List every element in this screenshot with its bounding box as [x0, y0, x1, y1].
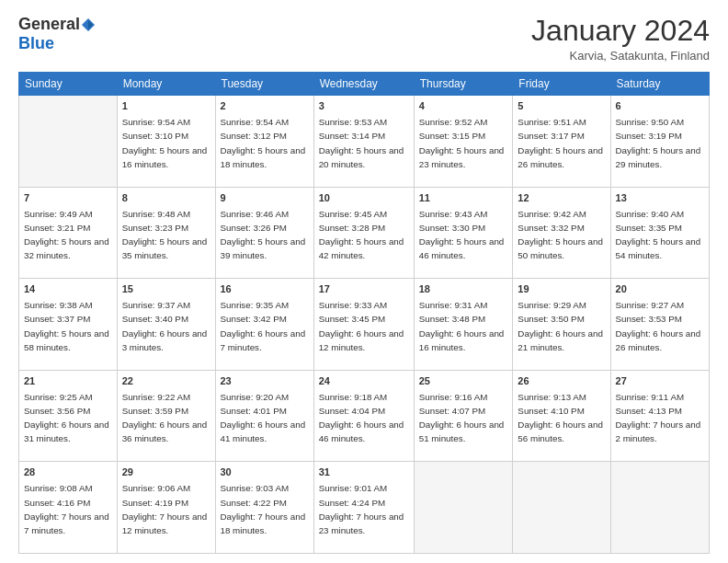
calendar-day: 21Sunrise: 9:25 AMSunset: 3:56 PMDayligh… [19, 370, 118, 462]
calendar-day: 4Sunrise: 9:52 AMSunset: 3:15 PMDaylight… [414, 96, 513, 188]
calendar-day: 15Sunrise: 9:37 AMSunset: 3:40 PMDayligh… [117, 279, 215, 371]
day-number: 15 [122, 282, 210, 297]
day-number: 25 [419, 374, 508, 389]
day-info: Sunrise: 9:01 AMSunset: 4:24 PMDaylight:… [319, 483, 404, 535]
calendar-day: 27Sunrise: 9:11 AMSunset: 4:13 PMDayligh… [610, 370, 709, 462]
title-block: January 2024 Karvia, Satakunta, Finland [531, 15, 710, 63]
col-wednesday: Wednesday [313, 73, 414, 96]
day-number: 12 [518, 191, 605, 206]
calendar-day: 1Sunrise: 9:54 AMSunset: 3:10 PMDaylight… [117, 96, 215, 188]
day-number: 4 [419, 99, 508, 114]
calendar-week-3: 14Sunrise: 9:38 AMSunset: 3:37 PMDayligh… [19, 279, 710, 371]
day-info: Sunrise: 9:42 AMSunset: 3:32 PMDaylight:… [518, 209, 603, 261]
location: Karvia, Satakunta, Finland [531, 49, 710, 63]
calendar-day [19, 96, 118, 188]
calendar-day: 25Sunrise: 9:16 AMSunset: 4:07 PMDayligh… [414, 370, 513, 462]
day-info: Sunrise: 9:18 AMSunset: 4:04 PMDaylight:… [319, 392, 404, 444]
day-info: Sunrise: 9:54 AMSunset: 3:12 PMDaylight:… [221, 117, 306, 169]
calendar-day: 31Sunrise: 9:01 AMSunset: 4:24 PMDayligh… [313, 462, 414, 554]
day-number: 1 [122, 99, 210, 114]
calendar-day: 12Sunrise: 9:42 AMSunset: 3:32 PMDayligh… [513, 187, 610, 279]
calendar-day: 29Sunrise: 9:06 AMSunset: 4:19 PMDayligh… [117, 462, 215, 554]
day-number: 18 [419, 282, 508, 297]
logo-blue-text: Blue [18, 34, 54, 52]
header: General Blue January 2024 Karvia, Sataku… [18, 15, 710, 63]
calendar-table: Sunday Monday Tuesday Wednesday Thursday… [18, 72, 710, 554]
calendar-day: 28Sunrise: 9:08 AMSunset: 4:16 PMDayligh… [19, 462, 118, 554]
col-friday: Friday [513, 73, 610, 96]
day-number: 14 [24, 282, 112, 297]
logo-icon [82, 18, 95, 31]
calendar-day: 17Sunrise: 9:33 AMSunset: 3:45 PMDayligh… [313, 279, 414, 371]
day-number: 26 [518, 374, 605, 389]
day-info: Sunrise: 9:25 AMSunset: 3:56 PMDaylight:… [24, 392, 109, 444]
day-number: 13 [616, 191, 704, 206]
day-number: 10 [319, 191, 409, 206]
calendar-day: 7Sunrise: 9:49 AMSunset: 3:21 PMDaylight… [19, 187, 118, 279]
col-sunday: Sunday [19, 73, 118, 96]
day-number: 7 [24, 191, 112, 206]
day-info: Sunrise: 9:37 AMSunset: 3:40 PMDaylight:… [122, 300, 208, 352]
calendar-day: 3Sunrise: 9:53 AMSunset: 3:14 PMDaylight… [313, 96, 414, 188]
col-thursday: Thursday [414, 73, 513, 96]
day-number: 3 [319, 99, 409, 114]
col-tuesday: Tuesday [215, 73, 313, 96]
day-number: 11 [419, 191, 508, 206]
calendar-day: 20Sunrise: 9:27 AMSunset: 3:53 PMDayligh… [610, 279, 709, 371]
day-info: Sunrise: 9:45 AMSunset: 3:28 PMDaylight:… [319, 209, 404, 261]
day-info: Sunrise: 9:16 AMSunset: 4:07 PMDaylight:… [419, 392, 505, 444]
calendar-day: 14Sunrise: 9:38 AMSunset: 3:37 PMDayligh… [19, 279, 118, 371]
calendar-day: 8Sunrise: 9:48 AMSunset: 3:23 PMDaylight… [117, 187, 215, 279]
day-number: 28 [24, 465, 112, 480]
day-info: Sunrise: 9:40 AMSunset: 3:35 PMDaylight:… [616, 209, 701, 261]
col-saturday: Saturday [610, 73, 709, 96]
day-number: 20 [616, 282, 704, 297]
day-number: 8 [122, 191, 210, 206]
calendar-day: 11Sunrise: 9:43 AMSunset: 3:30 PMDayligh… [414, 187, 513, 279]
day-number: 5 [518, 99, 605, 114]
day-info: Sunrise: 9:52 AMSunset: 3:15 PMDaylight:… [419, 117, 505, 169]
day-number: 27 [616, 374, 704, 389]
day-number: 21 [24, 374, 112, 389]
day-number: 16 [221, 282, 309, 297]
month-title: January 2024 [531, 15, 710, 47]
day-info: Sunrise: 9:11 AMSunset: 4:13 PMDaylight:… [616, 392, 701, 444]
calendar-week-2: 7Sunrise: 9:49 AMSunset: 3:21 PMDaylight… [19, 187, 710, 279]
day-info: Sunrise: 9:35 AMSunset: 3:42 PMDaylight:… [221, 300, 306, 352]
day-info: Sunrise: 9:27 AMSunset: 3:53 PMDaylight:… [616, 300, 701, 352]
calendar-day: 24Sunrise: 9:18 AMSunset: 4:04 PMDayligh… [313, 370, 414, 462]
day-number: 17 [319, 282, 409, 297]
day-info: Sunrise: 9:43 AMSunset: 3:30 PMDaylight:… [419, 209, 505, 261]
day-info: Sunrise: 9:33 AMSunset: 3:45 PMDaylight:… [319, 300, 404, 352]
calendar-day: 5Sunrise: 9:51 AMSunset: 3:17 PMDaylight… [513, 96, 610, 188]
day-info: Sunrise: 9:54 AMSunset: 3:10 PMDaylight:… [122, 117, 208, 169]
day-info: Sunrise: 9:22 AMSunset: 3:59 PMDaylight:… [122, 392, 208, 444]
day-number: 31 [319, 465, 409, 480]
day-number: 30 [221, 465, 309, 480]
day-number: 2 [221, 99, 309, 114]
day-number: 23 [221, 374, 309, 389]
calendar-day: 9Sunrise: 9:46 AMSunset: 3:26 PMDaylight… [215, 187, 313, 279]
calendar-day: 2Sunrise: 9:54 AMSunset: 3:12 PMDaylight… [215, 96, 313, 188]
day-info: Sunrise: 9:46 AMSunset: 3:26 PMDaylight:… [221, 209, 306, 261]
day-number: 6 [616, 99, 704, 114]
day-info: Sunrise: 9:38 AMSunset: 3:37 PMDaylight:… [24, 300, 109, 352]
day-info: Sunrise: 9:08 AMSunset: 4:16 PMDaylight:… [24, 483, 109, 535]
day-number: 9 [221, 191, 309, 206]
day-number: 24 [319, 374, 409, 389]
calendar-day [513, 462, 610, 554]
day-info: Sunrise: 9:50 AMSunset: 3:19 PMDaylight:… [616, 117, 701, 169]
day-info: Sunrise: 9:48 AMSunset: 3:23 PMDaylight:… [122, 209, 208, 261]
day-info: Sunrise: 9:13 AMSunset: 4:10 PMDaylight:… [518, 392, 603, 444]
day-info: Sunrise: 9:53 AMSunset: 3:14 PMDaylight:… [319, 117, 404, 169]
calendar-day [610, 462, 709, 554]
header-row: Sunday Monday Tuesday Wednesday Thursday… [19, 73, 710, 96]
day-number: 29 [122, 465, 210, 480]
calendar-day: 10Sunrise: 9:45 AMSunset: 3:28 PMDayligh… [313, 187, 414, 279]
calendar-day: 6Sunrise: 9:50 AMSunset: 3:19 PMDaylight… [610, 96, 709, 188]
col-monday: Monday [117, 73, 215, 96]
calendar-day: 23Sunrise: 9:20 AMSunset: 4:01 PMDayligh… [215, 370, 313, 462]
calendar-week-5: 28Sunrise: 9:08 AMSunset: 4:16 PMDayligh… [19, 462, 710, 554]
calendar-day: 19Sunrise: 9:29 AMSunset: 3:50 PMDayligh… [513, 279, 610, 371]
calendar-week-4: 21Sunrise: 9:25 AMSunset: 3:56 PMDayligh… [19, 370, 710, 462]
